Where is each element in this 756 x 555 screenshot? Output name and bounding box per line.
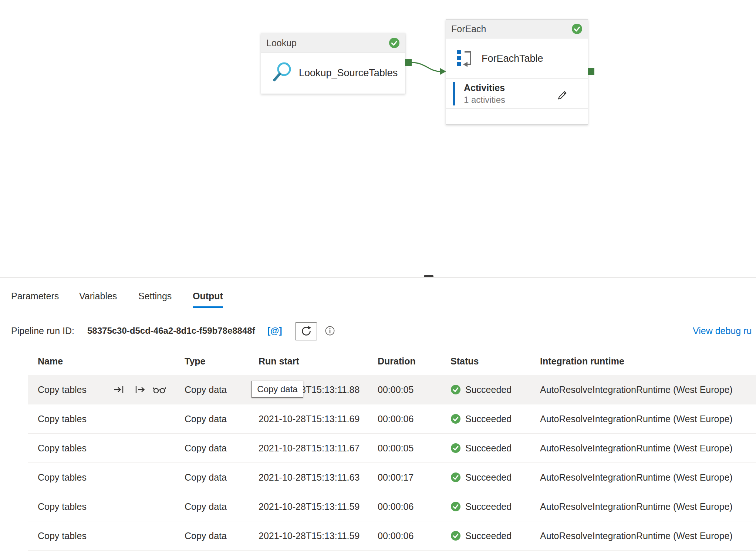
row-status-text: Succeeded: [465, 384, 512, 395]
row-duration: 00:00:05: [378, 434, 414, 462]
lookup-node-header: Lookup: [261, 33, 405, 53]
column-header-type: Type: [185, 347, 206, 375]
tab-settings[interactable]: Settings: [138, 286, 172, 306]
table-header-row: Name Type Run start Duration Status Inte…: [28, 347, 756, 375]
lookup-node-header-label: Lookup: [266, 38, 297, 48]
row-status-text: Succeeded: [465, 501, 512, 512]
foreach-node-header: ForEach: [446, 20, 588, 38]
adf-pipeline-screen: Lookup Lookup_SourceTables: [0, 0, 756, 555]
row-name: Copy tables: [38, 492, 87, 521]
row-status: Succeeded: [450, 404, 512, 433]
row-status: Succeeded: [450, 434, 512, 462]
pipeline-canvas[interactable]: Lookup Lookup_SourceTables: [0, 0, 756, 278]
row-name: Copy tables: [38, 434, 87, 462]
foreach-activities-section[interactable]: Activities 1 activities: [446, 78, 588, 109]
foreach-node-body: ForEachTable: [446, 38, 588, 78]
row-integration-runtime: AutoResolveIntegrationRuntime (West Euro…: [540, 375, 733, 404]
row-type: Copy data: [185, 492, 227, 521]
edit-activities-pencil-icon[interactable]: [557, 88, 568, 101]
foreach-loop-icon: [456, 48, 473, 69]
row-status: Succeeded: [450, 521, 512, 550]
row-integration-runtime: AutoResolveIntegrationRuntime (West Euro…: [540, 463, 733, 492]
column-header-status: Status: [450, 347, 479, 375]
output-icon[interactable]: [134, 384, 146, 396]
row-duration: 00:00:05: [378, 375, 414, 404]
success-check-icon: [389, 37, 400, 48]
column-header-duration: Duration: [378, 347, 416, 375]
panel-resize-handle[interactable]: [424, 275, 433, 277]
details-glasses-icon[interactable]: [152, 384, 167, 396]
tabs-divider: [0, 309, 756, 309]
succeeded-check-icon: [450, 501, 461, 512]
row-run-start: 2021-10-28T15:13:11.67: [259, 434, 360, 462]
row-name: Copy tables: [38, 375, 87, 404]
succeeded-check-icon: [450, 443, 461, 453]
row-integration-runtime: AutoResolveIntegrationRuntime (West Euro…: [540, 492, 733, 521]
row-name: Copy tables: [38, 521, 87, 550]
activities-text: Activities 1 activities: [464, 83, 505, 105]
row-integration-runtime: AutoResolveIntegrationRuntime (West Euro…: [540, 404, 733, 433]
table-row[interactable]: Copy tables: [28, 375, 756, 404]
pipeline-run-id-label: Pipeline run ID:: [11, 321, 74, 340]
activities-label: Activities: [464, 83, 505, 93]
panel-divider: [0, 278, 756, 278]
row-type: Copy data: [185, 521, 227, 550]
refresh-button[interactable]: [295, 322, 317, 340]
table-bottom-divider: [28, 553, 756, 553]
lookup-activity-node[interactable]: Lookup Lookup_SourceTables: [261, 33, 405, 94]
row-type: Copy data: [185, 463, 227, 492]
column-header-integration-runtime: Integration runtime: [540, 347, 624, 375]
foreach-output-port[interactable]: [588, 68, 594, 75]
pipeline-run-id-value: 58375c30-d5cd-46a2-8d1c-f59b78e8848f: [87, 321, 255, 340]
row-duration: 00:00:06: [378, 404, 414, 433]
copy-data-tooltip: Copy data: [252, 381, 303, 398]
activity-runs-table: Copy tables: [28, 375, 756, 551]
row-duration: 00:00:06: [378, 492, 414, 521]
row-status-text: Succeeded: [465, 414, 512, 424]
activities-accent-bar: [453, 82, 455, 105]
row-type: Copy data: [185, 404, 227, 433]
activities-count: 1 activities: [464, 95, 505, 105]
dynamic-content-at-icon[interactable]: [@]: [267, 321, 282, 340]
tab-parameters[interactable]: Parameters: [11, 286, 59, 306]
succeeded-check-icon: [450, 414, 461, 424]
row-integration-runtime: AutoResolveIntegrationRuntime (West Euro…: [540, 521, 733, 550]
row-run-start: 2021-10-28T15:13:11.63: [259, 463, 360, 492]
row-run-start: 2021-10-28T15:13:11.59: [259, 492, 360, 521]
succeeded-check-icon: [450, 384, 461, 395]
foreach-node-header-label: ForEach: [451, 24, 486, 34]
column-header-run-start: Run start: [259, 347, 299, 375]
success-check-icon: [571, 23, 583, 34]
info-icon[interactable]: [325, 326, 335, 336]
row-type: Copy data: [185, 375, 227, 404]
lookup-node-body: Lookup_SourceTables: [261, 53, 405, 93]
tab-output[interactable]: Output: [193, 286, 223, 308]
row-status: Succeeded: [450, 492, 512, 521]
lookup-output-port[interactable]: [405, 59, 412, 66]
lookup-activity-name: Lookup_SourceTables: [299, 67, 398, 79]
column-header-name: Name: [38, 347, 63, 375]
input-icon[interactable]: [113, 384, 126, 396]
table-row[interactable]: Copy tables Copy data 2021-10-28T15:13:1…: [28, 463, 756, 492]
table-row[interactable]: Copy tables Copy data 2021-10-28T15:13:1…: [28, 434, 756, 463]
table-row[interactable]: Copy tables Copy data 2021-10-28T15:13:1…: [28, 404, 756, 434]
row-status: Succeeded: [450, 375, 512, 404]
view-debug-link[interactable]: View debug ru: [693, 321, 756, 340]
row-integration-runtime: AutoResolveIntegrationRuntime (West Euro…: [540, 434, 733, 462]
row-status-text: Succeeded: [465, 531, 512, 541]
foreach-activity-node[interactable]: ForEach: [446, 19, 588, 125]
table-row[interactable]: Copy tables Copy data 2021-10-28T15:13:1…: [28, 521, 756, 551]
row-status-text: Succeeded: [465, 472, 512, 483]
succeeded-check-icon: [450, 531, 461, 541]
foreach-activity-name: ForEachTable: [482, 53, 543, 64]
row-duration: 00:00:06: [378, 521, 414, 550]
row-name: Copy tables: [38, 463, 87, 492]
row-run-start: 2021-10-28T15:13:11.69: [259, 404, 360, 433]
lookup-search-icon: [270, 61, 294, 86]
tab-variables[interactable]: Variables: [79, 286, 117, 306]
row-type: Copy data: [185, 434, 227, 462]
table-row[interactable]: Copy tables Copy data 2021-10-28T15:13:1…: [28, 492, 756, 521]
succeeded-check-icon: [450, 472, 461, 482]
row-duration: 00:00:17: [378, 463, 414, 492]
row-status: Succeeded: [450, 463, 512, 492]
